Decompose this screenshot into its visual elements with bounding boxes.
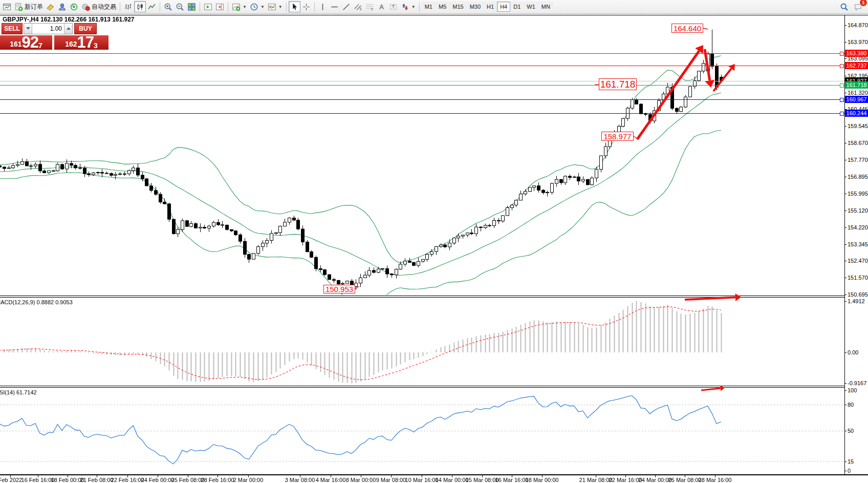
window-button[interactable] (1, 1, 13, 12)
time-tick-label: 25 Mar 08:00 (668, 477, 702, 483)
time-tick-label: 18 Mar 00:00 (526, 477, 559, 483)
channel-button[interactable]: E (352, 1, 364, 12)
chart-canvas[interactable] (0, 0, 844, 483)
time-tick-label: 24 Mar 00:00 (639, 477, 672, 483)
line-end-marker[interactable] (840, 83, 844, 88)
sell-price-panel[interactable]: 161927 (0, 35, 52, 50)
horizontal-line[interactable] (0, 85, 844, 86)
lot-decrease-button[interactable] (24, 24, 32, 34)
lot-size-input[interactable] (32, 24, 64, 34)
time-tick-label: 18 Feb 00:00 (51, 477, 84, 483)
triangle-down-icon (26, 27, 30, 30)
line-chart-button[interactable] (146, 1, 158, 12)
add-indicator-icon (232, 3, 241, 11)
label-button[interactable]: T (387, 1, 399, 12)
svg-text:T: T (392, 4, 395, 9)
horizontal-line[interactable] (0, 99, 844, 100)
macd-tick-label: 1.4912 (848, 298, 865, 304)
time-tick-label: 15 Mar 08:00 (466, 477, 499, 483)
auto-scroll-button[interactable] (202, 1, 214, 12)
lot-increase-button[interactable] (64, 24, 72, 34)
chevron-down-icon: ▼ (278, 5, 283, 9)
toolbar: 新订单自动交易▼▼▼EFAT▼M1M5M15M30H1H4D1W1MN1 (0, 0, 868, 14)
line-end-marker[interactable] (840, 112, 844, 116)
zoom-out-button[interactable] (174, 1, 186, 12)
indicators-button[interactable]: ▼ (230, 1, 248, 12)
macd-pane-divider[interactable] (0, 296, 844, 296)
eraser-button[interactable] (45, 1, 56, 12)
time-tick-label: 22 Feb 16:00 (111, 477, 144, 483)
chart-frame-top (0, 15, 868, 15)
crosshair-button[interactable] (300, 1, 312, 12)
one-click-trading-panel: SELL BUY 161927 162173 (0, 23, 108, 50)
time-tick-label: 21 Mar 08:00 (579, 477, 613, 483)
macd-pane-divider2[interactable] (0, 297, 844, 298)
templates-button[interactable]: ▼ (266, 1, 284, 12)
toolbar-separator (419, 2, 420, 12)
toolbar-separator (160, 2, 160, 12)
timeframe-h4-button[interactable]: H4 (497, 2, 510, 12)
horizontal-line[interactable] (0, 66, 844, 66)
crosshair-icon (302, 3, 311, 11)
trendline-button[interactable] (340, 1, 352, 12)
rsi-tick-label: 15 (848, 458, 854, 465)
rsi-pane-divider2[interactable] (0, 387, 844, 388)
timeframe-m5-button[interactable]: M5 (436, 2, 449, 12)
timeframe-d1-button[interactable]: D1 (510, 2, 524, 12)
horizontal-line[interactable] (0, 113, 844, 114)
line-end-marker[interactable] (840, 52, 844, 56)
notification-badge: 1 (859, 0, 867, 7)
price-tag: 160.244 (845, 110, 868, 117)
search-button[interactable] (838, 1, 850, 12)
price-tick-label: 164.870 (848, 22, 868, 28)
price-tick-label: 154.220 (848, 224, 868, 230)
cursor-button[interactable] (289, 1, 300, 12)
price-callout-label[interactable]: 158.977 (601, 132, 634, 141)
rsi-label: RSI(14) 61.7142 (0, 389, 37, 395)
price-tick-label: 150.695 (848, 291, 868, 298)
rsi-tick-label: 100 (848, 387, 857, 393)
vline-button[interactable] (317, 1, 329, 12)
line-end-marker[interactable] (840, 98, 844, 102)
tile-windows-button[interactable] (186, 1, 198, 12)
search-icon (840, 3, 849, 11)
price-tag: 161.718 (845, 81, 868, 89)
fibonacci-button[interactable]: F (364, 1, 376, 12)
horizontal-line[interactable] (0, 81, 844, 81)
price-tick-label: 155.995 (848, 191, 868, 197)
timeframe-mn-button[interactable]: MN (538, 2, 553, 12)
new-order-button[interactable]: 新订单 (13, 1, 45, 12)
timeframe-m1-button[interactable]: M1 (422, 2, 436, 12)
autotrade-icon (81, 3, 90, 11)
profile-icon (58, 3, 67, 11)
horizontal-line[interactable] (0, 53, 844, 54)
bar-chart-button[interactable] (122, 1, 134, 12)
hline-button[interactable] (329, 1, 340, 12)
timeframe-m30-button[interactable]: M30 (467, 2, 484, 12)
rsi-pane-divider[interactable] (0, 386, 844, 386)
timeframe-m15-button[interactable]: M15 (449, 2, 466, 12)
line-end-marker[interactable] (840, 64, 844, 68)
periods-button[interactable]: ▼ (248, 1, 266, 12)
zoom-in-button[interactable] (162, 1, 174, 12)
buy-button[interactable]: BUY (74, 23, 97, 34)
shapes-button[interactable]: ▼ (399, 1, 417, 12)
zoom-in-icon (164, 3, 172, 11)
sell-button[interactable]: SELL (2, 23, 23, 34)
mt4-window: 新订单自动交易▼▼▼EFAT▼M1M5M15M30H1H4D1W1MN1 164… (0, 0, 868, 483)
autotrade-button[interactable]: 自动交易 (80, 1, 118, 12)
signal-button[interactable] (68, 1, 80, 12)
price-callout-label[interactable]: 161.718 (599, 78, 637, 90)
chart-shift-button[interactable] (214, 1, 226, 12)
price-tick-label: 157.770 (848, 157, 868, 163)
price-callout-label[interactable]: 164.640 (671, 24, 703, 33)
new-order-icon (14, 3, 23, 11)
profile-button[interactable] (56, 1, 68, 12)
time-tick-label: 28 Feb 16:00 (201, 477, 234, 483)
text-button[interactable]: A (376, 1, 387, 12)
timeframe-h1-button[interactable]: H1 (484, 2, 497, 12)
candlestick-button[interactable] (134, 1, 146, 12)
price-callout-label[interactable]: 150.953 (323, 285, 355, 293)
buy-price-panel[interactable]: 162173 (54, 35, 108, 50)
timeframe-w1-button[interactable]: W1 (524, 2, 538, 12)
